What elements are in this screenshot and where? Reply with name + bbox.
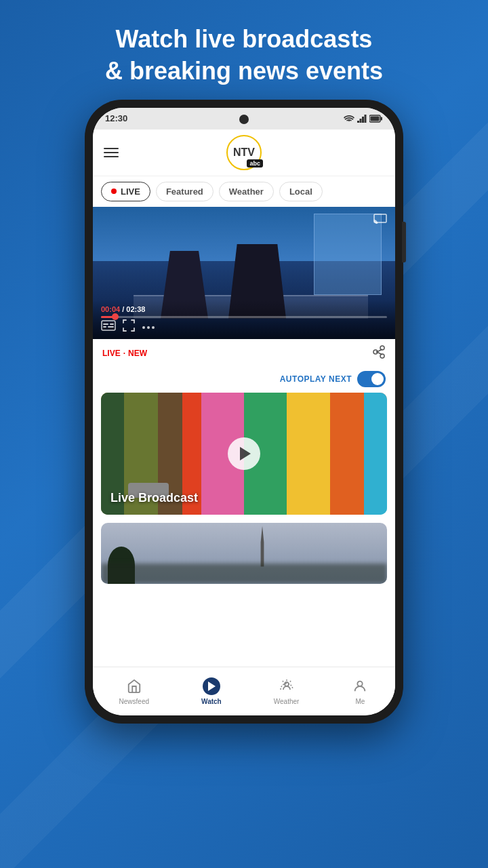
dot-separator: ·	[123, 349, 125, 358]
rocket-silhouette	[260, 526, 265, 567]
time-total: 02:38	[126, 305, 145, 313]
tab-local[interactable]: Local	[279, 182, 323, 201]
logo-ntv-text: NTV	[233, 146, 255, 159]
watch-label: Watch	[201, 698, 222, 705]
tab-live-label: LIVE	[121, 186, 140, 197]
nav-item-weather[interactable]: Weather	[266, 673, 308, 709]
logo-abc-badge: abc	[247, 159, 263, 167]
svg-rect-10	[110, 323, 114, 325]
svg-rect-3	[365, 115, 367, 123]
time-display: 00:04 / 02:38	[101, 305, 387, 313]
svg-rect-0	[357, 121, 359, 123]
tab-featured[interactable]: Featured	[156, 182, 214, 201]
live-badge-row: LIVE · NEW	[93, 339, 395, 368]
svg-rect-6	[371, 116, 380, 121]
more-options-button[interactable]	[142, 321, 155, 332]
fullscreen-button[interactable]	[123, 319, 135, 334]
play-button-broadcast[interactable]	[228, 437, 260, 470]
svg-point-15	[152, 326, 155, 329]
share-button[interactable]	[372, 344, 386, 363]
autoplay-label: AUTOPLAY NEXT	[280, 374, 352, 384]
status-bar: 12:30	[93, 108, 395, 130]
nav-item-me[interactable]: Me	[343, 673, 377, 709]
svg-rect-9	[103, 323, 108, 325]
toggle-knob	[371, 373, 384, 385]
tab-featured-label: Featured	[166, 186, 203, 197]
play-triangle	[240, 447, 251, 460]
headline: Watch live broadcasts & breaking news ev…	[64, 0, 424, 100]
tab-live[interactable]: LIVE	[101, 182, 150, 201]
tab-weather-label: Weather	[229, 186, 264, 197]
app-header: NTV abc	[93, 130, 395, 176]
svg-rect-12	[108, 326, 114, 328]
blurred-foreground	[101, 564, 387, 584]
svg-marker-19	[208, 682, 216, 691]
cast-icon[interactable]	[373, 214, 387, 228]
newsfeed-label: Newsfeed	[119, 698, 149, 705]
svg-point-13	[142, 326, 145, 329]
video-player[interactable]: 00:04 / 02:38	[93, 207, 395, 339]
weather-nav-label: Weather	[274, 698, 300, 705]
svg-rect-11	[103, 326, 106, 328]
logo: NTV abc	[226, 135, 262, 170]
progress-bar-container[interactable]	[101, 316, 387, 318]
svg-rect-1	[360, 119, 362, 123]
bottom-nav: Newsfeed Watch	[93, 667, 395, 715]
svg-point-14	[147, 326, 150, 329]
svg-line-22	[290, 681, 291, 682]
live-dot	[111, 189, 117, 194]
subtitles-button[interactable]	[101, 320, 116, 333]
menu-line-1	[104, 148, 119, 149]
headline-text: Watch live broadcasts & breaking news ev…	[105, 24, 383, 87]
svg-rect-2	[362, 117, 364, 123]
status-time: 12:30	[105, 113, 127, 123]
card-label-broadcast: Live Broadcast	[110, 491, 198, 505]
me-icon	[351, 677, 369, 695]
nav-item-watch[interactable]: Watch	[193, 673, 230, 709]
live-text: LIVE	[102, 349, 121, 358]
svg-line-23	[283, 681, 283, 682]
menu-line-2	[104, 152, 119, 153]
player-buttons-row	[101, 319, 387, 334]
menu-button[interactable]	[104, 148, 119, 157]
signal-icon	[357, 115, 367, 123]
menu-line-3	[104, 156, 119, 157]
progress-thumb	[112, 313, 119, 320]
battery-icon	[369, 115, 383, 123]
tabs-bar: LIVE Featured Weather Local	[93, 176, 395, 207]
tab-weather[interactable]: Weather	[219, 182, 274, 201]
svg-point-24	[358, 681, 363, 686]
status-icons	[344, 115, 383, 123]
time-current: 00:04	[101, 305, 120, 313]
watch-icon	[203, 677, 220, 695]
weather-nav-icon	[278, 677, 296, 695]
wifi-icon	[344, 115, 354, 123]
svg-rect-8	[102, 321, 115, 330]
logo-circle: NTV abc	[226, 135, 262, 170]
player-controls: 00:04 / 02:38	[93, 300, 395, 339]
progress-bar[interactable]	[101, 316, 387, 318]
autoplay-row: AUTOPLAY NEXT	[93, 368, 395, 393]
video-card-broadcast[interactable]: Live Broadcast	[101, 393, 387, 515]
new-text: NEW	[128, 349, 147, 358]
newsfeed-icon	[125, 677, 143, 695]
video-card-rocket[interactable]	[101, 523, 387, 584]
content-area: LIVE · NEW AUTOPLAY NEXT	[93, 339, 395, 667]
tab-local-label: Local	[289, 186, 312, 197]
autoplay-toggle[interactable]	[357, 371, 386, 387]
phone-frame: 12:30	[85, 100, 403, 724]
nav-item-newsfeed[interactable]: Newsfeed	[111, 673, 157, 709]
video-thumb-rocket	[101, 523, 387, 584]
phone-screen: 12:30	[93, 108, 395, 715]
me-label: Me	[356, 698, 365, 705]
svg-rect-5	[381, 117, 383, 120]
live-badge: LIVE · NEW	[102, 349, 147, 358]
